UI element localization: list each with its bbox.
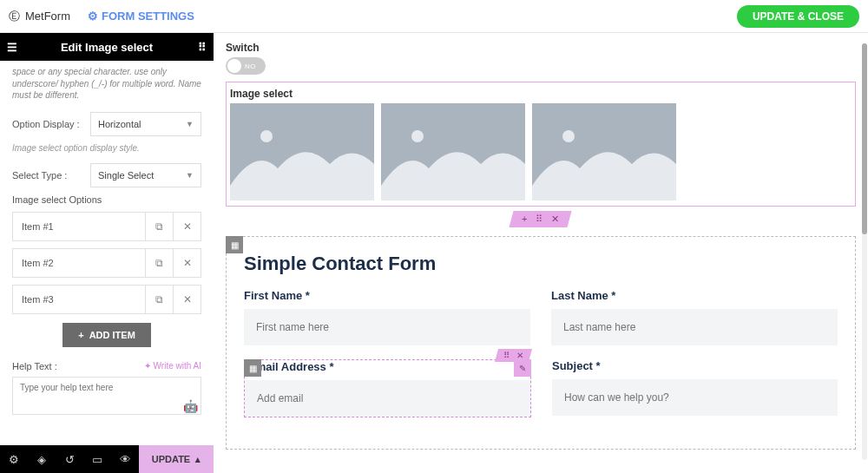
top-bar: Ⓔ MetForm ⚙ FORM SETTINGS UPDATE & CLOSE — [0, 0, 868, 33]
form-settings-link[interactable]: ⚙ FORM SETTINGS — [88, 10, 194, 23]
close-icon[interactable]: ✕ — [173, 249, 201, 277]
switch-no-text: NO — [245, 62, 256, 70]
option-item-label: Item #1 — [13, 213, 145, 240]
email-label: Email Address * — [245, 360, 530, 373]
last-name-input[interactable] — [551, 309, 838, 345]
copy-icon[interactable]: ⧉ — [145, 213, 173, 240]
first-name-input[interactable] — [244, 309, 530, 345]
last-name-field: Last Name * — [551, 289, 838, 345]
settings-icon[interactable]: ⚙ — [0, 445, 28, 473]
option-item[interactable]: Item #1 ⧉ ✕ — [12, 212, 201, 241]
chevron-down-icon: ▼ — [186, 120, 194, 128]
navigator-icon[interactable]: ◈ — [28, 445, 56, 473]
chevron-down-icon: ▼ — [186, 171, 194, 180]
gear-icon: ⚙ — [88, 10, 98, 23]
preview-icon[interactable]: 👁 — [111, 445, 139, 473]
select-type-value: Single Select — [98, 170, 154, 181]
first-name-field: First Name * — [244, 289, 530, 345]
help-text-input[interactable] — [12, 377, 201, 415]
image-option-2[interactable] — [381, 103, 525, 200]
svg-point-5 — [562, 130, 575, 142]
help-text-label: Help Text : — [12, 361, 57, 371]
column-handle-icon[interactable]: ▦ — [244, 359, 261, 377]
product-name: MetForm — [25, 10, 70, 23]
option-display-hint: Image select option display style. — [12, 143, 201, 153]
form-settings-label: FORM SETTINGS — [102, 10, 194, 23]
section-close-icon[interactable]: ✕ — [552, 214, 560, 225]
switch-widget: Switch NO — [226, 42, 856, 75]
option-display-value: Horizontal — [98, 119, 141, 129]
panel-header: ☰ Edit Image select ⠿ — [0, 33, 214, 61]
select-type-label: Select Type : — [12, 170, 90, 181]
switch-knob — [227, 59, 241, 73]
options-label: Image select Options — [12, 194, 201, 205]
image-select-widget[interactable]: Image select — [226, 82, 856, 207]
subject-label: Subject * — [552, 359, 838, 372]
first-name-label: First Name * — [244, 289, 530, 302]
panel-title: Edit Image select — [28, 41, 186, 54]
add-item-button[interactable]: + ADD ITEM — [62, 323, 151, 347]
write-with-ai-button[interactable]: ✦ Write with AI — [144, 361, 201, 371]
switch-label: Switch — [226, 42, 856, 54]
option-item[interactable]: Item #2 ⧉ ✕ — [12, 248, 201, 278]
copy-icon[interactable]: ⧉ — [145, 249, 173, 277]
elementor-icon: Ⓔ — [9, 9, 20, 24]
ai-sparkle-icon[interactable]: 🤖 — [183, 399, 198, 413]
form-title: Simple Contact Form — [244, 253, 838, 275]
image-select-label: Image select — [228, 84, 853, 103]
option-display-label: Option Display : — [12, 119, 90, 129]
update-close-button[interactable]: UPDATE & CLOSE — [737, 5, 859, 28]
email-field[interactable]: ⠿ ✕ ▦ ✎ Email Address * — [244, 359, 531, 417]
svg-point-3 — [411, 130, 424, 142]
subject-field: Subject * — [552, 359, 838, 417]
subject-input[interactable] — [552, 379, 838, 416]
product-logo: Ⓔ MetForm — [9, 9, 70, 24]
edit-widget-icon[interactable]: ✎ — [514, 359, 531, 377]
history-icon[interactable]: ↺ — [56, 445, 83, 473]
update-label: UPDATE — [152, 454, 190, 464]
editor-canvas: Switch NO Image select + — [214, 33, 868, 473]
svg-point-1 — [260, 130, 273, 142]
select-type-select[interactable]: Single Select ▼ — [90, 163, 201, 187]
copy-icon[interactable]: ⧉ — [145, 286, 173, 313]
vertical-scrollbar[interactable] — [862, 43, 867, 460]
switch-toggle[interactable]: NO — [226, 57, 266, 75]
last-name-label: Last Name * — [551, 289, 838, 302]
close-icon[interactable]: ✕ — [173, 286, 201, 313]
panel-body: space or any special character. use only… — [0, 61, 214, 473]
name-hint: space or any special character. use only… — [12, 66, 201, 102]
image-option-1[interactable] — [230, 103, 374, 200]
add-item-label: ADD ITEM — [89, 330, 135, 340]
hamburger-icon[interactable]: ☰ — [7, 41, 28, 54]
update-button[interactable]: UPDATE ▴ — [139, 445, 214, 473]
section-toolbar: + ⠿ ✕ — [226, 211, 856, 227]
option-item-label: Item #2 — [13, 249, 145, 277]
chevron-up-icon: ▴ — [195, 454, 201, 465]
option-item-label: Item #3 — [13, 286, 145, 313]
image-option-3[interactable] — [532, 103, 676, 200]
column-handle-icon[interactable]: ▦ — [226, 236, 243, 253]
option-display-select[interactable]: Horizontal ▼ — [90, 112, 201, 136]
contact-form-section[interactable]: ▦ Simple Contact Form First Name * Last … — [226, 236, 856, 450]
responsive-icon[interactable]: ▭ — [83, 445, 111, 473]
close-icon[interactable]: ✕ — [173, 213, 201, 240]
email-input[interactable] — [245, 380, 530, 417]
column-drag-icon[interactable]: ⠿ — [503, 351, 510, 360]
option-item[interactable]: Item #3 ⧉ ✕ — [12, 285, 201, 314]
widgets-grid-icon[interactable]: ⠿ — [186, 41, 207, 54]
scrollbar-thumb[interactable] — [862, 43, 867, 234]
panel-footer: ⚙ ◈ ↺ ▭ 👁 UPDATE ▴ — [0, 445, 214, 473]
plus-icon: + — [78, 330, 83, 340]
section-drag-icon[interactable]: ⠿ — [536, 214, 543, 225]
editor-sidebar: ☰ Edit Image select ⠿ space or any speci… — [0, 33, 214, 473]
section-add-icon[interactable]: + — [522, 214, 527, 225]
